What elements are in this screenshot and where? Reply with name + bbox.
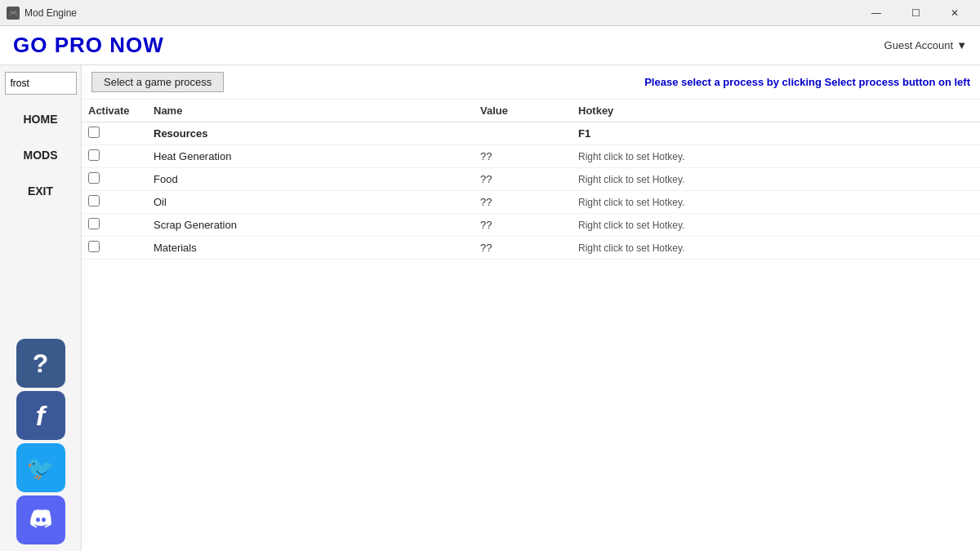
row-hotkey[interactable]: Right click to set Hotkey. xyxy=(572,191,980,214)
toolbar: Select a game process Please select a pr… xyxy=(82,65,980,100)
nav-mods[interactable]: MODS xyxy=(0,137,81,173)
row-value: ?? xyxy=(474,145,572,168)
title-bar: 🎮 Mod Engine — ☐ ✕ xyxy=(0,0,980,26)
row-hotkey[interactable]: Right click to set Hotkey. xyxy=(572,168,980,191)
row-checkbox[interactable] xyxy=(88,195,100,207)
row-name: Scrap Generation xyxy=(147,214,474,237)
twitter-button[interactable]: 🐦 xyxy=(16,443,65,492)
account-dropdown-arrow: ▼ xyxy=(956,39,967,51)
row-name: Resources xyxy=(147,122,474,145)
content-area: Select a game process Please select a pr… xyxy=(82,65,980,551)
maximize-button[interactable]: ☐ xyxy=(897,0,934,26)
table-row: ResourcesF1 xyxy=(82,122,980,145)
row-checkbox[interactable] xyxy=(88,149,100,161)
col-header-hotkey: Hotkey xyxy=(572,100,980,122)
table-row: Scrap Generation??Right click to set Hot… xyxy=(82,214,980,237)
row-hotkey[interactable]: Right click to set Hotkey. xyxy=(572,145,980,168)
discord-icon xyxy=(26,505,56,535)
row-checkbox[interactable] xyxy=(88,127,100,138)
row-checkbox[interactable] xyxy=(88,218,100,229)
guest-account-label: Guest Account xyxy=(884,39,954,51)
col-header-activate: Activate xyxy=(82,100,147,122)
row-checkbox[interactable] xyxy=(88,241,100,252)
app-header: GO PRO NOW Guest Account ▼ xyxy=(0,26,980,65)
close-button[interactable]: ✕ xyxy=(936,0,973,26)
nav-home[interactable]: HOME xyxy=(0,101,81,137)
table-header-row: Activate Name Value Hotkey xyxy=(82,100,980,122)
guest-account-button[interactable]: Guest Account ▼ xyxy=(884,39,967,51)
row-name: Heat Generation xyxy=(147,145,474,168)
title-bar-controls: — ☐ ✕ xyxy=(858,0,973,26)
table-row: Materials??Right click to set Hotkey. xyxy=(82,237,980,260)
process-hint: Please select a process by clicking Sele… xyxy=(644,76,970,88)
minimize-button[interactable]: — xyxy=(858,0,895,26)
col-header-name: Name xyxy=(147,100,474,122)
facebook-icon: f xyxy=(36,400,45,432)
row-value: ?? xyxy=(474,237,572,260)
facebook-button[interactable]: f xyxy=(16,391,65,440)
help-icon: ? xyxy=(33,349,49,379)
title-bar-left: 🎮 Mod Engine xyxy=(7,7,77,20)
row-value xyxy=(474,122,572,145)
app-icon: 🎮 xyxy=(7,7,20,20)
sidebar: HOME MODS EXIT ? f 🐦 xyxy=(0,65,82,551)
row-hotkey[interactable]: F1 xyxy=(572,122,980,145)
row-checkbox[interactable] xyxy=(88,172,100,184)
row-hotkey[interactable]: Right click to set Hotkey. xyxy=(572,214,980,237)
app-title: GO PRO NOW xyxy=(13,33,164,58)
nav-exit[interactable]: EXIT xyxy=(0,173,81,209)
discord-button[interactable] xyxy=(16,495,65,544)
twitter-icon: 🐦 xyxy=(26,455,55,482)
row-name: Food xyxy=(147,168,474,191)
search-input[interactable] xyxy=(5,72,77,95)
table-row: Food??Right click to set Hotkey. xyxy=(82,168,980,191)
table-row: Oil??Right click to set Hotkey. xyxy=(82,191,980,214)
row-hotkey[interactable]: Right click to set Hotkey. xyxy=(572,237,980,260)
title-bar-title: Mod Engine xyxy=(24,7,77,19)
row-name: Oil xyxy=(147,191,474,214)
table-row: Heat Generation??Right click to set Hotk… xyxy=(82,145,980,168)
row-value: ?? xyxy=(474,191,572,214)
table-body: ResourcesF1Heat Generation??Right click … xyxy=(82,122,980,260)
social-buttons: ? f 🐦 xyxy=(16,339,65,551)
row-value: ?? xyxy=(474,214,572,237)
table-container: Activate Name Value Hotkey ResourcesF1He… xyxy=(82,100,980,551)
help-button[interactable]: ? xyxy=(16,339,65,388)
select-process-button[interactable]: Select a game process xyxy=(91,72,224,92)
main-layout: HOME MODS EXIT ? f 🐦 Select a game proce… xyxy=(0,65,980,551)
mods-table: Activate Name Value Hotkey ResourcesF1He… xyxy=(82,100,980,260)
col-header-value: Value xyxy=(474,100,572,122)
row-value: ?? xyxy=(474,168,572,191)
row-name: Materials xyxy=(147,237,474,260)
